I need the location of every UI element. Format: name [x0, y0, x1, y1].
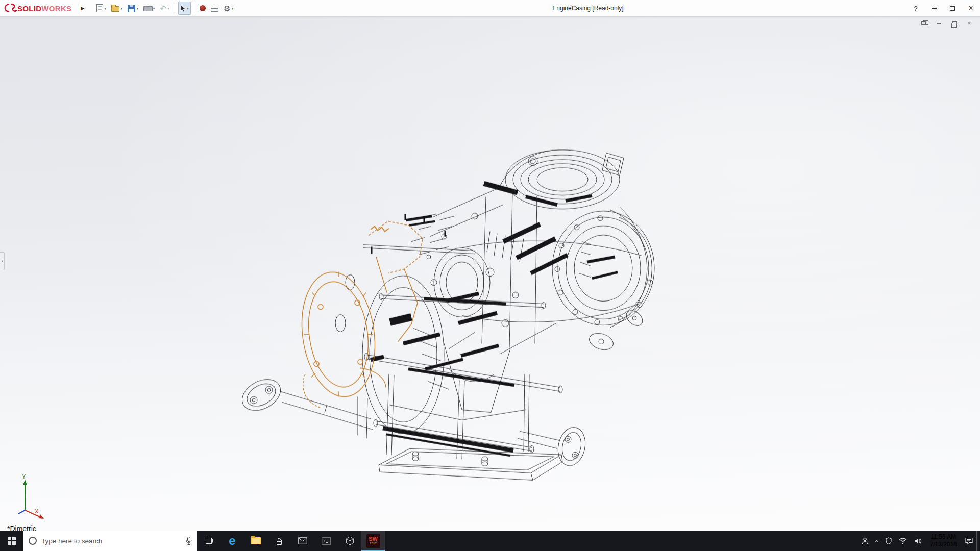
- maximize-icon: [950, 6, 955, 11]
- file-explorer-icon: [251, 537, 261, 544]
- solidworks-icon-text: SW: [369, 536, 378, 542]
- cascade-icon: [921, 21, 926, 25]
- task-view-icon: [204, 537, 214, 545]
- microphone-icon[interactable]: [186, 537, 192, 545]
- help-button[interactable]: ?: [906, 0, 925, 16]
- taskbar-search[interactable]: [23, 531, 197, 551]
- action-center-button[interactable]: [962, 531, 976, 551]
- mail-icon: [298, 537, 307, 544]
- system-tray: ^ 11:56 AM 7/13/2018: [858, 531, 980, 551]
- save-button[interactable]: ▾: [126, 2, 140, 15]
- speaker-icon: [914, 538, 922, 544]
- solidworks-window: SOLIDWORKS ▶ ▾ ▾ ▾ ▾ ↶ ▾: [0, 0, 980, 551]
- new-document-button[interactable]: ▾: [94, 2, 108, 15]
- search-input[interactable]: [41, 537, 181, 545]
- taskbar-clock[interactable]: 11:56 AM 7/13/2018: [925, 531, 962, 551]
- z-axis: [18, 510, 25, 514]
- cube-icon: [346, 536, 354, 545]
- orientation-triad: Y X: [7, 473, 49, 524]
- display-pane-icon: [211, 5, 218, 12]
- security-tray-button[interactable]: [882, 531, 895, 551]
- undo-icon: ↶: [160, 5, 166, 12]
- windows-logo-icon: [8, 537, 16, 545]
- people-button[interactable]: [858, 531, 872, 551]
- undo-button[interactable]: ↶ ▾: [158, 2, 172, 15]
- appearance-sphere-icon: [200, 5, 206, 11]
- print-icon: [143, 5, 152, 12]
- wifi-icon: [899, 538, 907, 544]
- taskbar-app-store[interactable]: [267, 531, 291, 551]
- maximize-button[interactable]: [943, 0, 962, 16]
- window-controls: ? ×: [906, 0, 980, 16]
- clock-time: 11:56 AM: [930, 533, 956, 541]
- y-axis-label: Y: [22, 473, 26, 480]
- quick-access-toolbar: ▾ ▾ ▾ ▾ ↶ ▾ ▾: [94, 2, 236, 15]
- document-window-controls: ×: [919, 19, 974, 27]
- open-button[interactable]: ▾: [109, 2, 125, 15]
- chevron-down-icon[interactable]: ▾: [120, 6, 122, 11]
- chevron-down-icon[interactable]: ▾: [136, 6, 138, 11]
- chevron-down-icon[interactable]: ▾: [187, 6, 189, 11]
- open-folder-icon: [111, 6, 119, 12]
- appearance-button[interactable]: [198, 2, 208, 15]
- volume-tray-button[interactable]: [911, 531, 925, 551]
- display-pane-button[interactable]: [209, 2, 220, 15]
- document-restore-button[interactable]: [949, 19, 959, 27]
- select-tool-button[interactable]: ▾: [178, 2, 191, 15]
- minimize-icon: [937, 23, 941, 24]
- menu-expand-arrow[interactable]: ▶: [78, 2, 87, 14]
- taskbar-apps: e: [197, 531, 385, 551]
- view-orientation-label: *Dimetric: [7, 524, 36, 531]
- minimize-button[interactable]: [925, 0, 943, 16]
- wireframe-highlighted-parts: [295, 221, 423, 408]
- console-icon: [322, 537, 331, 545]
- toolbar-separator: [175, 3, 175, 13]
- clock-date: 7/13/2018: [930, 541, 957, 548]
- brand-solid-text: SOLID: [17, 4, 41, 13]
- engine-wireframe-model: [0, 17, 980, 531]
- save-icon: [128, 5, 135, 12]
- taskbar-app-mail[interactable]: [291, 531, 314, 551]
- wireframe-black-lines: [237, 150, 654, 480]
- minimize-icon: [932, 8, 937, 9]
- brand-works-text: WORKS: [41, 4, 71, 13]
- network-tray-button[interactable]: [895, 531, 911, 551]
- solidworks-icon-year: 2017: [370, 542, 376, 545]
- title-bar: SOLIDWORKS ▶ ▾ ▾ ▾ ▾ ↶ ▾: [0, 0, 980, 17]
- ds-logo-icon: [4, 3, 17, 13]
- toolbar-separator: [194, 3, 194, 13]
- store-icon: [275, 537, 283, 545]
- restore-icon: [952, 21, 957, 25]
- start-button[interactable]: [0, 531, 23, 551]
- solidworks-logo: SOLIDWORKS: [0, 0, 75, 16]
- taskbar-app-console[interactable]: [314, 531, 338, 551]
- collapsed-panel-tab[interactable]: [0, 252, 5, 270]
- chevron-down-icon[interactable]: ▾: [153, 6, 155, 11]
- taskbar-app-solidworks[interactable]: SW 2017: [361, 531, 385, 551]
- taskbar-app-3d-viewer[interactable]: [338, 531, 361, 551]
- chevron-down-icon[interactable]: ▾: [167, 6, 169, 11]
- cascade-window-button[interactable]: [919, 19, 928, 27]
- show-desktop-button[interactable]: [976, 531, 980, 551]
- close-button[interactable]: ×: [962, 0, 980, 16]
- people-icon: [862, 537, 868, 544]
- select-cursor-icon: [180, 5, 186, 12]
- document-close-button[interactable]: ×: [965, 19, 974, 27]
- action-center-icon: [965, 537, 973, 544]
- graphics-area[interactable]: Y X *Dimetric: [0, 17, 980, 531]
- options-button[interactable]: ⚙ ▾: [222, 2, 235, 15]
- chevron-down-icon[interactable]: ▾: [231, 6, 233, 11]
- hidden-icons-chevron[interactable]: ^: [872, 531, 882, 551]
- solidworks-app-icon: SW 2017: [366, 534, 380, 548]
- shield-icon: [886, 537, 892, 544]
- cortana-icon: [29, 537, 37, 545]
- taskbar-app-edge[interactable]: e: [220, 531, 244, 551]
- x-axis-label: X: [35, 508, 39, 514]
- task-view-button[interactable]: [197, 531, 220, 551]
- taskbar-app-file-explorer[interactable]: [244, 531, 267, 551]
- print-button[interactable]: ▾: [141, 2, 157, 15]
- document-minimize-button[interactable]: [934, 19, 943, 27]
- new-document-icon: [96, 4, 103, 12]
- chevron-down-icon[interactable]: ▾: [104, 6, 106, 11]
- gear-icon: ⚙: [224, 5, 230, 12]
